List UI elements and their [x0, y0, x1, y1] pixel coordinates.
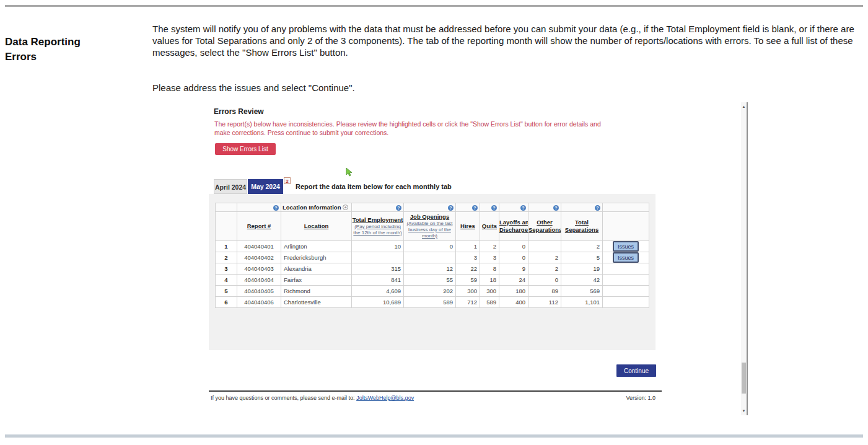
warning-line-1: The report(s) below have inconsistencies… [214, 120, 601, 128]
table-row: 1 404040401 Arlington 10 0 1 2 0 2 Issue… [216, 241, 649, 252]
col-location: Location [281, 222, 351, 230]
hires-cell[interactable]: 22 [456, 263, 480, 275]
page: Data Reporting Errors The system will no… [0, 0, 868, 445]
layoffs-cell[interactable]: 9 [499, 263, 528, 275]
layoffs-cell[interactable]: 0 [499, 252, 528, 263]
col-hires: Hires [456, 222, 480, 230]
tab-april-2024[interactable]: April 2024 [214, 179, 247, 194]
total-employment-cell[interactable]: 10 [352, 241, 404, 252]
table-help-icon-row: ? Location Information + ? ? ? ? ? ? ? [216, 203, 649, 212]
tab-may-2024[interactable]: May 2024 [248, 179, 283, 194]
total-employment-cell[interactable]: 10,689 [352, 297, 404, 308]
quits-cell[interactable]: 2 [480, 241, 499, 252]
help-icon[interactable]: ? [553, 205, 559, 211]
job-openings-cell[interactable]: 12 [404, 263, 456, 275]
errors-review-screenshot: Errors Review The report(s) below have i… [209, 102, 662, 407]
cursor-pointer-icon [346, 168, 353, 177]
warning-line-2: make corrections. Press continue to subm… [214, 129, 388, 136]
hires-cell[interactable]: 59 [456, 275, 480, 286]
layoffs-cell[interactable]: 0 [499, 241, 528, 252]
quits-cell[interactable]: 8 [480, 263, 499, 275]
intro-paragraph: The system will notify you of any proble… [152, 23, 860, 58]
total-separations-cell[interactable]: 2 [561, 241, 603, 252]
hires-cell[interactable]: 300 [456, 286, 480, 297]
scrollbar-thumb[interactable] [742, 363, 746, 394]
total-employment-cell[interactable]: 841 [352, 275, 404, 286]
total-separations-cell[interactable]: 42 [561, 275, 603, 286]
quits-cell[interactable]: 18 [480, 275, 499, 286]
other-separations-cell[interactable]: 89 [528, 286, 561, 297]
help-icon[interactable]: ? [595, 205, 600, 211]
table-row: 4 404040404 Fairfax 841 55 59 18 24 0 42 [216, 275, 649, 286]
help-icon[interactable]: ? [520, 205, 526, 211]
issues-button[interactable]: Issues [613, 241, 639, 252]
footer-divider [209, 390, 662, 392]
scroll-up-arrow-icon[interactable]: ▲ [741, 104, 747, 110]
expand-icon[interactable]: + [343, 205, 348, 210]
other-separations-cell-error[interactable] [528, 241, 561, 252]
hires-cell[interactable]: 3 [456, 252, 480, 263]
total-employment-cell[interactable]: 4,609 [352, 286, 404, 297]
footer-version: Version: 1.0 [626, 395, 655, 401]
layoffs-cell[interactable]: 400 [499, 297, 528, 308]
hires-cell[interactable]: 1 [456, 241, 480, 252]
quits-cell[interactable]: 3 [480, 252, 499, 263]
issues-button[interactable]: Issues [613, 252, 639, 263]
hires-cell[interactable]: 712 [456, 297, 480, 308]
job-openings-cell[interactable]: 55 [404, 275, 456, 286]
table-panel: ? Location Information + ? ? ? ? ? ? ? [209, 194, 655, 350]
show-errors-list-button[interactable]: Show Errors List [215, 143, 276, 155]
job-openings-cell[interactable]: 589 [404, 297, 456, 308]
errors-review-title: Errors Review [214, 107, 264, 116]
tab-instruction: Report the data item below for each mont… [296, 183, 452, 190]
total-separations-cell[interactable]: 569 [561, 286, 603, 297]
email-link[interactable]: JoltsWebHelp@bls.gov [356, 395, 414, 401]
continue-button[interactable]: Continue [616, 364, 656, 377]
total-separations-cell[interactable]: 1,101 [561, 297, 603, 308]
other-separations-cell[interactable]: 0 [528, 275, 561, 286]
total-employment-cell[interactable]: 315 [352, 263, 404, 275]
col-total-employment: Total Employment [352, 216, 403, 224]
help-icon[interactable]: ? [273, 205, 279, 211]
help-icon[interactable]: ? [491, 205, 497, 211]
scrollbar[interactable]: ▲ ▼ [741, 102, 748, 415]
table-header-row: Report # Location Total Employment (Pay … [216, 212, 649, 241]
warning-message: The report(s) below have inconsistencies… [214, 120, 654, 137]
error-count-badge: 2 [284, 177, 291, 184]
data-table: ? Location Information + ? ? ? ? ? ? ? [215, 203, 649, 308]
other-separations-cell[interactable]: 2 [528, 263, 561, 275]
job-openings-cell[interactable]: 202 [404, 286, 456, 297]
table-row: 5 404040405 Richmond 4,609 202 300 300 1… [216, 286, 649, 297]
instruction-paragraph: Please address the issues and select "Co… [152, 82, 860, 94]
table-row: 3 404040403 Alexandria 315 12 22 8 9 2 1… [216, 263, 649, 275]
help-icon[interactable]: ? [448, 205, 454, 211]
help-icon[interactable]: ? [472, 205, 478, 211]
quits-cell[interactable]: 300 [480, 286, 499, 297]
quits-cell[interactable]: 589 [480, 297, 499, 308]
bottom-divider [5, 434, 863, 438]
col-quits: Quits [480, 222, 499, 230]
help-icon[interactable]: ? [396, 205, 401, 211]
col-job-openings: Job Openings [404, 213, 455, 221]
total-separations-cell[interactable]: 19 [561, 263, 603, 275]
total-separations-cell[interactable]: 5 [561, 252, 603, 263]
layoffs-cell[interactable]: 24 [499, 275, 528, 286]
col-other-separations: Other [528, 219, 561, 226]
total-employment-cell-error[interactable] [352, 252, 404, 263]
other-separations-cell[interactable]: 112 [528, 297, 561, 308]
table-row: 2 404040402 Fredericksburgh 3 3 0 2 5 Is… [216, 252, 649, 263]
job-openings-cell[interactable]: 0 [404, 241, 456, 252]
col-layoffs-discharges: Layoffs and [499, 219, 528, 226]
col-report: Report # [237, 222, 281, 230]
other-separations-cell[interactable]: 2 [528, 252, 561, 263]
col-total-separations: Total [561, 219, 602, 226]
location-information-label: Location Information [283, 204, 341, 211]
page-title: Data Reporting Errors [5, 35, 113, 64]
table-row: 6 404040406 Charlottesville 10,689 589 7… [216, 297, 649, 308]
scroll-down-arrow-icon[interactable]: ▼ [741, 408, 747, 414]
top-divider [5, 5, 863, 7]
job-openings-cell[interactable] [404, 252, 456, 263]
footer-contact: If you have questions or comments, pleas… [211, 395, 414, 401]
layoffs-cell[interactable]: 180 [499, 286, 528, 297]
